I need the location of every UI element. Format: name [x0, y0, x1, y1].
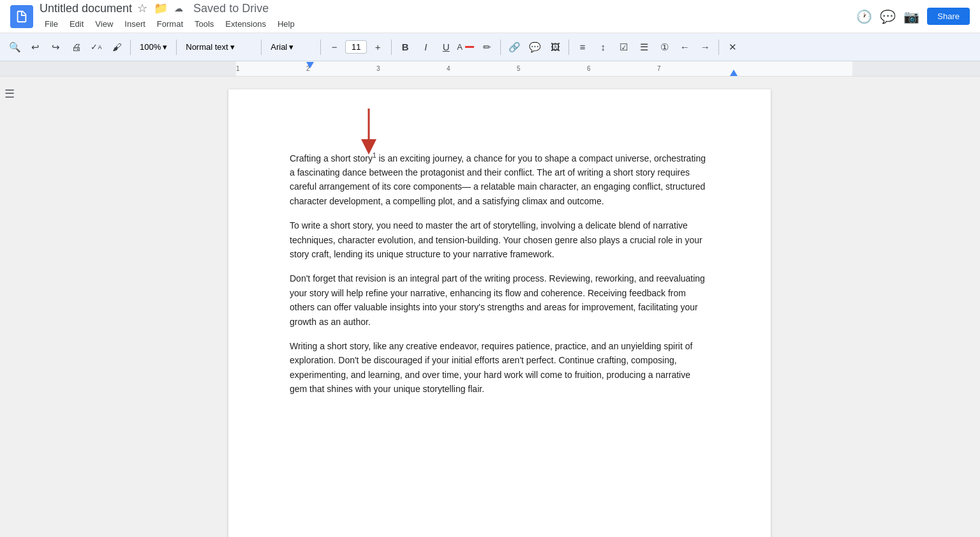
font-size-increase[interactable]: + — [368, 38, 387, 57]
divider-4 — [320, 40, 321, 55]
increase-indent-button[interactable]: → — [695, 38, 715, 57]
menu-insert[interactable]: Insert — [119, 17, 151, 31]
underline-button[interactable]: U — [436, 38, 456, 57]
divider-3 — [261, 40, 262, 55]
align-button[interactable]: ≡ — [573, 38, 592, 57]
font-label: Arial — [271, 42, 287, 52]
divider-2 — [176, 40, 177, 55]
ruler-mark-4: 4 — [447, 61, 450, 72]
ruler: 1 2 3 4 5 6 7 — [0, 61, 980, 77]
style-dropdown[interactable]: Normal text ▾ — [181, 40, 257, 54]
ruler-right-margin — [852, 61, 980, 76]
ruler-mark-6: 6 — [587, 61, 591, 72]
menu-bar: File Edit View Insert Format Tools Exten… — [40, 17, 856, 31]
menu-extensions[interactable]: Extensions — [220, 17, 271, 31]
cloud-icon: ☁ — [174, 3, 183, 13]
main-layout: ☰ Crafting a short story1 is an exciting… — [0, 77, 980, 537]
saved-status: Saved to Drive — [193, 2, 269, 15]
menu-edit[interactable]: Edit — [64, 17, 89, 31]
menu-help[interactable]: Help — [272, 17, 300, 31]
divider-6 — [500, 40, 501, 55]
bold-button[interactable]: B — [396, 38, 415, 57]
font-size-controls: − + — [325, 38, 387, 57]
document-page: Crafting a short story1 is an exciting j… — [228, 89, 771, 537]
history-icon[interactable]: 🕐 — [856, 9, 872, 24]
left-sidebar: ☰ — [0, 77, 19, 537]
ruler-mark-7: 7 — [657, 61, 661, 72]
checklist-button[interactable]: ☑ — [614, 38, 633, 57]
italic-button[interactable]: I — [416, 38, 435, 57]
spell-check-button[interactable]: ✓A — [87, 38, 106, 57]
comment-button[interactable]: 💬 — [525, 38, 544, 57]
menu-file[interactable]: File — [40, 17, 63, 31]
zoom-dropdown[interactable]: 100% ▾ — [135, 40, 172, 54]
print-button[interactable]: 🖨 — [66, 38, 85, 57]
paint-format-button[interactable]: 🖌 — [107, 38, 126, 57]
zoom-value: 100% — [140, 42, 161, 52]
ruler-mark-3: 3 — [376, 61, 380, 72]
paragraph-1: Crafting a short story1 is an exciting j… — [290, 151, 709, 208]
doc-title[interactable]: Untitled document — [40, 2, 132, 15]
font-size-input[interactable] — [345, 40, 367, 54]
divider-1 — [130, 40, 131, 55]
paragraph-3: Don't forget that revision is an integra… — [290, 271, 709, 329]
style-chevron: ▾ — [230, 42, 235, 52]
doc-icon[interactable] — [10, 5, 33, 28]
page-content: Crafting a short story1 is an exciting j… — [290, 151, 709, 397]
title-area: Untitled document ☆ 📁 ☁ Saved to Drive F… — [40, 1, 856, 31]
divider-8 — [718, 40, 719, 55]
top-right-icons: 🕐 💬 📷 Share — [856, 8, 970, 25]
divider-5 — [391, 40, 392, 55]
title-bar: Untitled document ☆ 📁 ☁ Saved to Drive F… — [0, 0, 980, 33]
toolbar: 🔍 ↩ ↪ 🖨 ✓A 🖌 100% ▾ Normal text ▾ Arial … — [0, 33, 980, 61]
ruler-left-margin — [0, 61, 236, 76]
comments-icon[interactable]: 💬 — [880, 9, 896, 24]
font-size-decrease[interactable]: − — [325, 38, 344, 57]
undo-button[interactable]: ↩ — [26, 38, 45, 57]
outline-icon[interactable]: ☰ — [4, 87, 15, 101]
redo-button[interactable]: ↪ — [46, 38, 65, 57]
bullet-list-button[interactable]: ☰ — [634, 38, 653, 57]
font-dropdown[interactable]: Arial ▾ — [265, 40, 316, 54]
search-button[interactable]: 🔍 — [5, 38, 24, 57]
ruler-mark-5: 5 — [517, 61, 521, 72]
ruler-mark-2: 2 — [306, 61, 310, 72]
font-chevron: ▾ — [289, 42, 293, 52]
style-label: Normal text — [186, 42, 228, 52]
decrease-indent-button[interactable]: ← — [675, 38, 694, 57]
menu-format[interactable]: Format — [152, 17, 188, 31]
ruler-content: 1 2 3 4 5 6 7 — [236, 61, 852, 76]
ruler-right-marker[interactable] — [730, 70, 738, 76]
zoom-chevron: ▾ — [163, 42, 167, 52]
numbered-list-button[interactable]: ① — [655, 38, 674, 57]
share-button[interactable]: Share — [927, 8, 970, 25]
star-icon[interactable]: ☆ — [137, 1, 147, 15]
ruler-mark-1: 1 — [236, 61, 240, 72]
image-button[interactable]: 🖼 — [546, 38, 565, 57]
clear-format-button[interactable]: ✕ — [723, 38, 742, 57]
paragraph-2: To write a short story, you need to mast… — [290, 218, 709, 261]
highlight-button[interactable]: ✏ — [477, 38, 496, 57]
title-icons: ☆ 📁 ☁ Saved to Drive — [137, 1, 269, 15]
line-spacing-button[interactable]: ↕ — [593, 38, 612, 57]
text-color-button[interactable]: A — [457, 38, 476, 57]
meet-icon[interactable]: 📷 — [903, 9, 919, 24]
doc-area[interactable]: Crafting a short story1 is an exciting j… — [19, 77, 980, 537]
divider-7 — [568, 40, 569, 55]
menu-tools[interactable]: Tools — [189, 17, 219, 31]
link-button[interactable]: 🔗 — [505, 38, 524, 57]
paragraph-4: Writing a short story, like any creative… — [290, 339, 709, 397]
menu-view[interactable]: View — [90, 17, 118, 31]
folder-icon[interactable]: 📁 — [154, 1, 168, 15]
